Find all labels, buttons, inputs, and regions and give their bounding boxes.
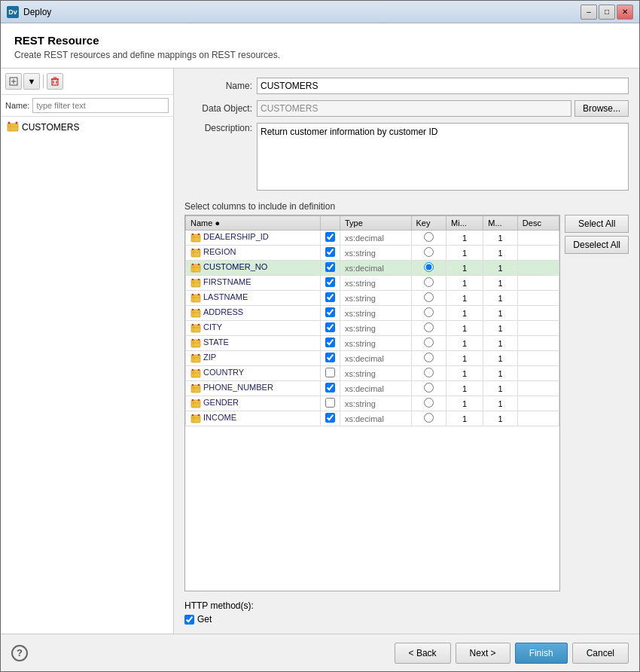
get-checkbox[interactable] xyxy=(184,615,194,625)
row-checkbox[interactable] xyxy=(325,277,335,287)
col-check-cell[interactable] xyxy=(320,381,340,396)
col-check-cell[interactable] xyxy=(320,261,340,276)
row-checkbox[interactable] xyxy=(325,232,335,242)
col-name-cell: CITY xyxy=(186,321,321,336)
svg-point-75 xyxy=(198,414,200,416)
col-desc-cell xyxy=(517,381,559,396)
row-icon xyxy=(190,233,201,243)
key-radio[interactable] xyxy=(424,338,434,347)
col-header-max: M... xyxy=(483,216,518,231)
tree-item-customers[interactable]: CUSTOMERS xyxy=(4,120,170,135)
key-radio[interactable] xyxy=(424,247,434,257)
col-key-cell[interactable] xyxy=(411,321,446,336)
col-check-cell[interactable] xyxy=(320,291,340,306)
col-check-cell[interactable] xyxy=(320,246,340,261)
table-row: COUNTRYxs:string11 xyxy=(186,366,559,381)
finish-button[interactable]: Finish xyxy=(515,643,568,664)
col-max-cell: 1 xyxy=(483,321,518,336)
select-all-button[interactable]: Select All xyxy=(565,215,629,233)
row-icon xyxy=(190,414,201,424)
back-button[interactable]: < Back xyxy=(395,643,451,664)
http-label: HTTP method(s): xyxy=(184,600,629,611)
new-item-button[interactable] xyxy=(5,73,22,90)
col-key-cell[interactable] xyxy=(411,276,446,291)
col-header-check xyxy=(320,216,340,231)
col-key-cell[interactable] xyxy=(411,291,446,306)
next-button[interactable]: Next > xyxy=(456,643,510,664)
key-radio[interactable] xyxy=(424,368,434,377)
row-checkbox[interactable] xyxy=(325,322,335,332)
minimize-button[interactable]: – xyxy=(581,5,597,20)
key-radio[interactable] xyxy=(424,322,434,332)
filter-row: Name: xyxy=(1,95,173,117)
row-checkbox[interactable] xyxy=(325,383,335,393)
col-key-cell[interactable] xyxy=(411,396,446,411)
dropdown-button[interactable]: ▼ xyxy=(23,73,40,90)
col-type-cell: xs:decimal xyxy=(340,231,411,246)
col-min-cell: 1 xyxy=(446,291,483,306)
row-checkbox[interactable] xyxy=(325,398,335,408)
help-button[interactable]: ? xyxy=(11,645,28,661)
col-check-cell[interactable] xyxy=(320,396,340,411)
key-radio[interactable] xyxy=(424,413,434,423)
key-radio[interactable] xyxy=(424,292,434,302)
row-icon xyxy=(190,323,201,334)
svg-rect-8 xyxy=(8,124,18,131)
col-check-cell[interactable] xyxy=(320,306,340,321)
col-check-cell[interactable] xyxy=(320,276,340,291)
row-checkbox[interactable] xyxy=(325,338,335,347)
col-check-cell[interactable] xyxy=(320,366,340,381)
svg-rect-23 xyxy=(191,264,200,272)
filter-label: Name: xyxy=(5,101,29,110)
cancel-button[interactable]: Cancel xyxy=(572,643,629,664)
row-checkbox[interactable] xyxy=(325,307,335,317)
col-check-cell[interactable] xyxy=(320,351,340,366)
row-checkbox[interactable] xyxy=(325,413,335,423)
get-label[interactable]: Get xyxy=(197,614,212,625)
col-key-cell[interactable] xyxy=(411,306,446,321)
col-key-cell[interactable] xyxy=(411,336,446,351)
name-input[interactable] xyxy=(257,78,629,94)
description-textarea[interactable]: Return customer information by customer … xyxy=(257,123,629,191)
key-radio[interactable] xyxy=(424,353,434,362)
col-min-cell: 1 xyxy=(446,261,483,276)
row-checkbox[interactable] xyxy=(325,353,335,362)
close-button[interactable]: ✕ xyxy=(617,5,633,20)
col-check-cell[interactable] xyxy=(320,411,340,426)
row-checkbox[interactable] xyxy=(325,262,335,272)
col-check-cell[interactable] xyxy=(320,336,340,351)
col-key-cell[interactable] xyxy=(411,231,446,246)
col-key-cell[interactable] xyxy=(411,351,446,366)
key-radio[interactable] xyxy=(424,262,434,272)
key-radio[interactable] xyxy=(424,398,434,408)
col-key-cell[interactable] xyxy=(411,366,446,381)
col-key-cell[interactable] xyxy=(411,381,446,396)
row-checkbox[interactable] xyxy=(325,247,335,257)
col-type-cell: xs:string xyxy=(340,291,411,306)
col-name-text: FIRSTNAME xyxy=(203,277,251,286)
table-row: DEALERSHIP_IDxs:decimal11 xyxy=(186,231,559,246)
row-checkbox[interactable] xyxy=(325,292,335,302)
col-check-cell[interactable] xyxy=(320,231,340,246)
col-key-cell[interactable] xyxy=(411,246,446,261)
row-checkbox[interactable] xyxy=(325,368,335,377)
table-row: CUSTOMER_NOxs:decimal11 xyxy=(186,261,559,276)
key-radio[interactable] xyxy=(424,383,434,393)
col-min-cell: 1 xyxy=(446,366,483,381)
col-key-cell[interactable] xyxy=(411,261,446,276)
svg-point-60 xyxy=(198,368,200,371)
browse-button[interactable]: Browse... xyxy=(574,100,629,117)
maximize-button[interactable]: □ xyxy=(599,5,615,20)
svg-point-25 xyxy=(198,263,200,265)
deselect-all-button[interactable]: Deselect All xyxy=(565,236,629,254)
col-min-cell: 1 xyxy=(446,351,483,366)
key-radio[interactable] xyxy=(424,232,434,242)
key-radio[interactable] xyxy=(424,277,434,287)
col-key-cell[interactable] xyxy=(411,411,446,426)
row-icon xyxy=(190,368,201,379)
key-radio[interactable] xyxy=(424,307,434,317)
col-check-cell[interactable] xyxy=(320,321,340,336)
delete-button[interactable] xyxy=(47,73,63,90)
filter-input[interactable] xyxy=(32,98,169,113)
col-name-cell: ZIP xyxy=(186,351,321,366)
